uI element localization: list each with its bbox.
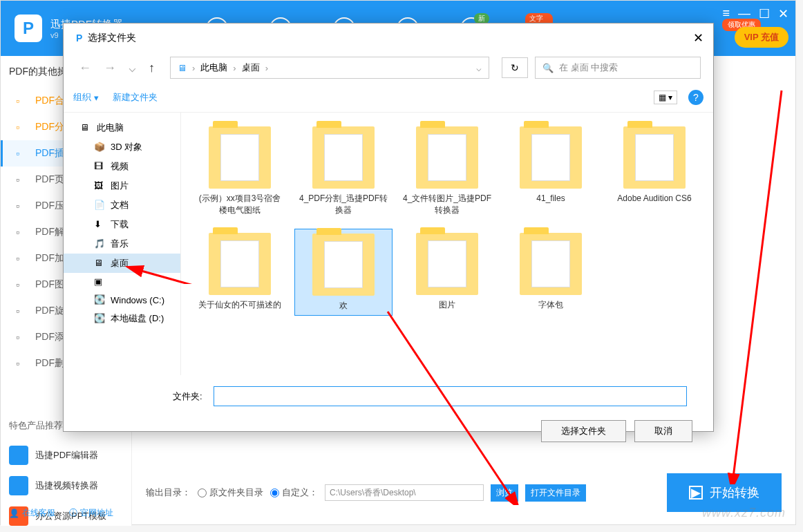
folder-icon: [623, 126, 686, 189]
dialog-nav: ← → ⌵ ↑ 🖥 › 此电脑 › 桌面 › ⌵ ↻ 🔍 在 桌面 中搜索: [64, 53, 713, 83]
tree-item-8[interactable]: ▣: [64, 273, 180, 291]
sidebar-icon: ▫: [16, 174, 27, 185]
nav-forward-button[interactable]: →: [101, 58, 119, 78]
sidebar-icon: ▫: [16, 122, 27, 133]
folder-tree: 🖥此电脑📦3D 对象🎞视频🖼图片📄文档⬇下载🎵音乐🖥桌面▣💽Windows (C…: [64, 113, 181, 375]
tree-item-3[interactable]: 🖼图片: [64, 176, 180, 196]
dialog-title: 选择文件夹: [88, 32, 136, 44]
output-bar: 输出目录： 原文件夹目录 自定义： 浏览 打开文件目录 ▶ 开始转换: [146, 473, 782, 512]
folder-icon: [312, 126, 375, 189]
tree-icon: 🖼: [94, 180, 105, 191]
refresh-button[interactable]: ↻: [502, 57, 528, 78]
folder-grid: (示例）xx项目3号宿舍楼电气图纸4_PDF分割_迅捷PDF转换器4_文件转图片…: [181, 113, 713, 375]
folder-item-0[interactable]: (示例）xx项目3号宿舍楼电气图纸: [191, 122, 289, 220]
tree-item-9[interactable]: 💽Windows (C:): [64, 291, 180, 309]
maximize-button[interactable]: ☐: [759, 6, 770, 21]
folder-item-2[interactable]: 4_文件转图片_迅捷PDF转换器: [398, 122, 496, 220]
folder-icon: [312, 234, 375, 296]
folder-icon: [520, 233, 582, 295]
sidebar-icon: ▫: [16, 358, 27, 369]
folder-icon: [209, 233, 271, 295]
select-folder-button[interactable]: 选择文件夹: [541, 420, 626, 442]
tree-item-6[interactable]: 🎵音乐: [64, 234, 180, 254]
close-button[interactable]: ✕: [778, 6, 788, 21]
search-placeholder: 在 桌面 中搜索: [559, 61, 618, 74]
breadcrumb-dropdown-icon[interactable]: ⌵: [476, 63, 482, 73]
cancel-button[interactable]: 取消: [634, 420, 692, 442]
dialog-footer: 文件夹: 选择文件夹 取消: [64, 375, 713, 453]
customer-service-link[interactable]: 👤 在线客服: [9, 507, 55, 519]
browse-button[interactable]: 浏览: [491, 484, 518, 502]
output-original-radio[interactable]: 原文件夹目录: [198, 486, 263, 499]
folder-input-label: 文件夹:: [173, 390, 202, 403]
svg-line-2: [733, 91, 782, 477]
product-icon: [9, 476, 28, 495]
search-icon: 🔍: [542, 63, 554, 73]
tree-icon: 🖥: [94, 258, 105, 269]
tree-icon: 🎞: [94, 161, 105, 172]
folder-item-3[interactable]: 41_files: [502, 122, 600, 220]
new-folder-button[interactable]: 新建文件夹: [113, 91, 158, 104]
tree-item-0[interactable]: 🖥此电脑: [64, 118, 180, 137]
breadcrumb-root[interactable]: 此电脑: [200, 61, 227, 74]
dialog-title-bar: P 选择文件夹 ✕: [64, 23, 713, 53]
dialog-body: 🖥此电脑📦3D 对象🎞视频🖼图片📄文档⬇下载🎵音乐🖥桌面▣💽Windows (C…: [64, 113, 713, 375]
tree-icon: 📦: [94, 142, 105, 153]
output-path-input[interactable]: [325, 484, 484, 501]
tree-item-5[interactable]: ⬇下载: [64, 215, 180, 234]
vip-button[interactable]: VIP 充值: [735, 27, 788, 48]
tree-item-7[interactable]: 🖥桌面: [64, 254, 180, 273]
tree-item-4[interactable]: 📄文档: [64, 196, 180, 215]
tree-icon: ⬇: [94, 219, 105, 230]
folder-item-7[interactable]: 图片: [398, 229, 496, 316]
nav-back-button[interactable]: ←: [76, 58, 94, 78]
sidebar-icon: ▫: [16, 253, 27, 264]
output-custom-radio[interactable]: 自定义：: [270, 486, 318, 499]
nav-up-button[interactable]: ↑: [146, 58, 158, 78]
view-mode-button[interactable]: ▦ ▾: [654, 91, 677, 104]
nav-recent-button[interactable]: ⌵: [126, 57, 139, 78]
tree-icon: 📄: [94, 200, 105, 211]
folder-icon: [209, 126, 271, 189]
dialog-logo-icon: P: [76, 32, 82, 44]
folder-item-6[interactable]: 欢: [294, 229, 393, 316]
open-folder-button[interactable]: 打开文件目录: [525, 484, 586, 502]
folder-icon: [416, 126, 478, 189]
product-icon: [9, 446, 28, 465]
tree-item-2[interactable]: 🎞视频: [64, 157, 180, 176]
sidebar-icon: ▫: [16, 227, 27, 238]
dialog-toolbar: 组织 ▾ 新建文件夹 ▦ ▾ ?: [64, 83, 713, 113]
sidebar-icon: ▫: [16, 200, 27, 211]
sidebar-icon: ▫: [16, 279, 27, 290]
dialog-close-button[interactable]: ✕: [693, 30, 703, 46]
app-logo: P: [15, 15, 42, 42]
product-item-1[interactable]: 迅捷视频转换器: [9, 471, 123, 501]
breadcrumb-current[interactable]: 桌面: [242, 61, 260, 74]
watermark: www.xz7.com: [702, 506, 786, 520]
sidebar-icon: ▫: [16, 305, 27, 316]
monitor-icon: 🖥: [178, 63, 187, 73]
folder-item-4[interactable]: Adobe Audition CS6: [605, 122, 703, 220]
tree-item-1[interactable]: 📦3D 对象: [64, 137, 180, 157]
sidebar-icon: ▫: [16, 332, 27, 343]
folder-item-1[interactable]: 4_PDF分割_迅捷PDF转换器: [294, 122, 393, 220]
tree-icon: 🎵: [94, 238, 105, 249]
play-icon: ▶: [689, 486, 703, 500]
website-link[interactable]: ⓘ 官网地址: [69, 507, 113, 519]
tree-icon: ▣: [94, 276, 105, 287]
help-button[interactable]: ?: [688, 90, 703, 105]
folder-item-5[interactable]: 关于仙女的不可描述的: [191, 229, 289, 316]
search-bar[interactable]: 🔍 在 桌面 中搜索: [535, 57, 701, 79]
folder-icon: [520, 126, 582, 189]
folder-dialog: P 选择文件夹 ✕ ← → ⌵ ↑ 🖥 › 此电脑 › 桌面 › ⌵ ↻ 🔍 在…: [63, 23, 714, 432]
annotation-arrow-3: [712, 84, 795, 484]
folder-name-input[interactable]: [214, 386, 687, 406]
breadcrumb-bar[interactable]: 🖥 › 此电脑 › 桌面 › ⌵: [170, 57, 489, 79]
app-window: P 迅捷PDF转换器 v9 ↶ ⚙ ⫾⫾ ✦ ▣新 ↗文字识别 ≡ — ☐ ✕ …: [0, 0, 796, 525]
tree-item-10[interactable]: 💽本地磁盘 (D:): [64, 309, 180, 328]
organize-button[interactable]: 组织 ▾: [73, 91, 99, 104]
sidebar-icon: ▫: [16, 95, 27, 106]
sidebar-icon: ▫: [16, 148, 27, 159]
footer-links: 👤 在线客服 ⓘ 官网地址: [9, 507, 113, 519]
folder-item-8[interactable]: 字体包: [502, 229, 600, 316]
